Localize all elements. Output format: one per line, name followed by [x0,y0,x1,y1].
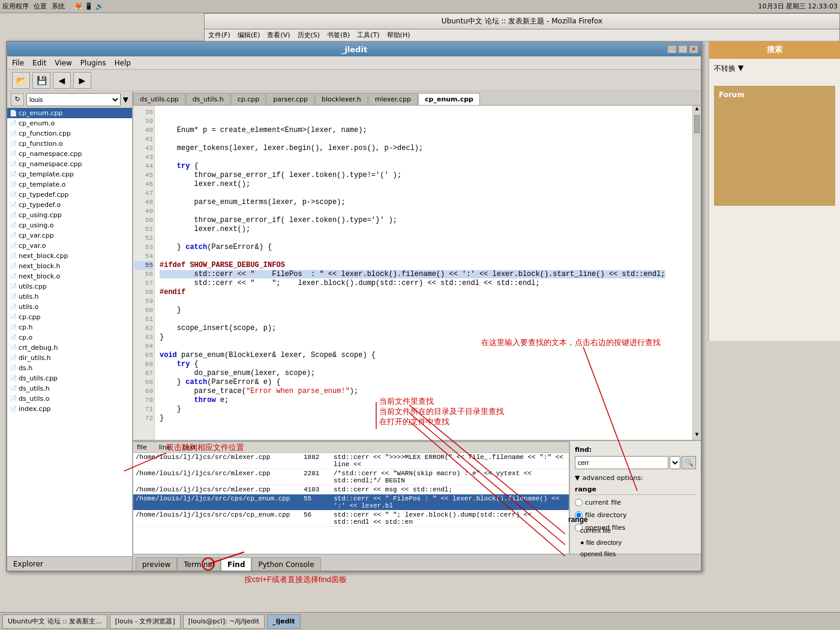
os-datetime: 10月3日 星期三 12:33:03 [758,2,838,11]
os-menu-system[interactable]: 系统 [52,2,65,11]
os-menu-left: 应用程序 位置 系统 🦊 📱 🔊 [2,2,104,11]
os-menu-app[interactable]: 应用程序 [2,2,29,11]
os-top-bar: 应用程序 位置 系统 🦊 📱 🔊 10月3日 星期三 12:33:03 [0,0,840,13]
os-tray-icons: 🦊 📱 🔊 [74,2,104,10]
os-menu-places[interactable]: 位置 [34,2,47,11]
